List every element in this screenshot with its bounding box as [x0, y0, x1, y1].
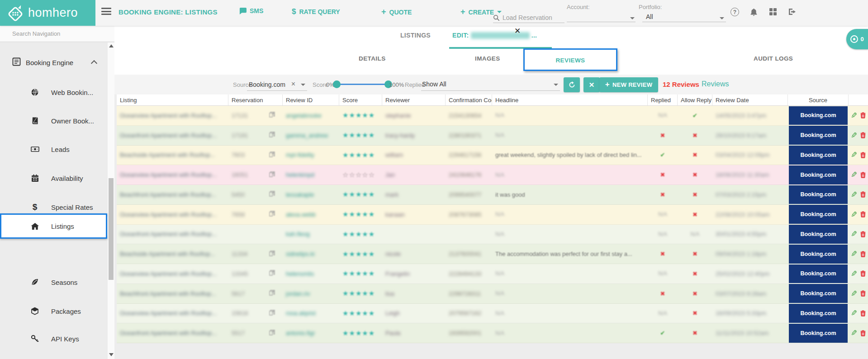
- sms-button[interactable]: SMS: [239, 7, 263, 14]
- sidebar-item-listings[interactable]: Listings: [0, 217, 108, 236]
- cell-replied: N/A: [648, 106, 678, 125]
- tab-listings[interactable]: LISTINGS: [400, 32, 431, 39]
- open-reservation-icon[interactable]: [269, 309, 275, 317]
- clear-source-icon[interactable]: ×: [291, 80, 295, 88]
- clear-filters-button[interactable]: ✕: [583, 77, 600, 92]
- edit-review-icon[interactable]: ✎: [851, 308, 857, 318]
- source-filter-select[interactable]: Booking.com ×: [247, 78, 307, 91]
- dollar-icon: $: [30, 202, 39, 212]
- cross-icon: ✖: [693, 290, 697, 297]
- edit-review-icon[interactable]: ✎: [851, 170, 857, 180]
- cell-confirmation-code: 2079567162: [446, 304, 492, 323]
- new-review-button[interactable]: + NEW REVIEW: [599, 77, 658, 92]
- open-reservation-icon[interactable]: [269, 190, 275, 198]
- edit-review-icon[interactable]: ✎: [851, 289, 857, 298]
- brand-logo[interactable]: homhero: [0, 0, 95, 26]
- cell-replied: ✔: [648, 323, 678, 343]
- delete-review-icon[interactable]: [860, 231, 866, 237]
- scrollbar-thumb[interactable]: [109, 178, 114, 280]
- sidebar-item-packages[interactable]: Packages: [0, 302, 108, 321]
- notifications-button[interactable]: [749, 8, 759, 17]
- edit-review-icon[interactable]: ✎: [851, 150, 857, 160]
- open-reservation-icon[interactable]: [269, 131, 275, 139]
- delete-review-icon[interactable]: [860, 152, 866, 158]
- sidebar-item-web-bookin[interactable]: Web Bookin...: [0, 83, 108, 102]
- cell-reviewer: Jan: [382, 165, 446, 184]
- cell-headline: N/A: [492, 106, 648, 125]
- table-row: Beachside Apartment with Rooftop... 7603…: [117, 146, 868, 165]
- delete-review-icon[interactable]: [860, 191, 866, 198]
- delete-review-icon[interactable]: [860, 132, 866, 138]
- source-badge: Booking.com: [789, 146, 848, 165]
- sidebar-scrollbar[interactable]: [108, 43, 114, 359]
- delete-review-icon[interactable]: [860, 270, 866, 277]
- sidebar-item-special-rates[interactable]: $ Special Rates: [0, 198, 108, 217]
- edit-review-icon[interactable]: ✎: [851, 269, 857, 279]
- sidebar-section-booking-engine[interactable]: Booking Engine: [0, 53, 108, 71]
- sidebar-item-availability[interactable]: Availability: [0, 169, 108, 188]
- edit-review-icon[interactable]: ✎: [851, 131, 857, 140]
- replied-filter-select[interactable]: Show All: [421, 78, 560, 91]
- edit-review-icon[interactable]: ✎: [851, 190, 857, 199]
- sidebar-item-seasons[interactable]: Seasons: [0, 273, 108, 292]
- refresh-button[interactable]: [564, 77, 580, 92]
- delete-review-icon[interactable]: [860, 251, 866, 257]
- open-reservation-icon[interactable]: [269, 111, 275, 119]
- edit-review-icon[interactable]: ✎: [851, 210, 857, 219]
- book-icon: [30, 117, 39, 125]
- cell-review-id: jordan.riv: [283, 284, 339, 303]
- cell-actions: ✎: [849, 146, 868, 165]
- cell-headline: great weekend, slightly spoiled by lack …: [492, 146, 648, 165]
- delete-review-icon[interactable]: [860, 172, 866, 178]
- load-reservation-input[interactable]: Load Reservation: [493, 13, 564, 23]
- quote-button[interactable]: + QUOTE: [381, 7, 412, 17]
- open-reservation-icon[interactable]: [269, 250, 275, 258]
- edit-review-icon[interactable]: ✎: [851, 328, 857, 338]
- delete-review-icon[interactable]: [860, 290, 866, 297]
- cell-replied: ✖: [648, 126, 678, 145]
- score-range-slider[interactable]: [337, 84, 388, 85]
- tab-images[interactable]: IMAGES: [475, 55, 500, 62]
- edit-review-icon[interactable]: ✎: [851, 229, 857, 239]
- rate-query-button[interactable]: $ RATE QUERY: [292, 7, 340, 16]
- open-reservation-icon[interactable]: [269, 151, 275, 159]
- sidebar-item-api-keys[interactable]: API Keys: [0, 329, 108, 348]
- tab-audit-logs[interactable]: AUDIT LOGS: [754, 55, 793, 62]
- open-reservation-icon[interactable]: [269, 289, 275, 298]
- account-select[interactable]: [567, 12, 636, 22]
- sidebar-search-input[interactable]: Search Navigation: [0, 26, 114, 42]
- open-reservation-icon[interactable]: [269, 329, 275, 337]
- open-reservation-icon[interactable]: [269, 171, 275, 179]
- help-button[interactable]: ?: [730, 8, 740, 17]
- scroll-down-icon[interactable]: [109, 353, 114, 356]
- cell-review-id: rosa.alqvist: [283, 304, 339, 323]
- delete-review-icon[interactable]: [860, 112, 866, 118]
- open-reservation-icon[interactable]: [269, 210, 275, 218]
- source-badge: Booking.com: [789, 185, 848, 204]
- tab-reviews[interactable]: REVIEWS: [525, 57, 616, 64]
- open-reservation-icon[interactable]: [269, 269, 275, 278]
- logout-button[interactable]: [788, 8, 797, 17]
- delete-review-icon[interactable]: [860, 330, 866, 336]
- sidebar-item-owner-book[interactable]: Owner Book...: [0, 111, 108, 130]
- tab-details[interactable]: DETAILS: [359, 55, 386, 62]
- tab-edit-listing[interactable]: EDIT: Seaview Apart Hotel ...: [452, 32, 537, 39]
- slider-handle-min[interactable]: [333, 80, 341, 88]
- table-row: Oceanview Apartment with Rooftop... 1713…: [117, 106, 868, 126]
- sidebar-item-leads[interactable]: Leads: [0, 140, 108, 159]
- portfolio-select[interactable]: All: [642, 12, 726, 22]
- floating-target-button[interactable]: 0: [846, 29, 868, 49]
- cell-actions: ✎: [849, 225, 868, 244]
- edit-review-icon[interactable]: ✎: [851, 111, 857, 120]
- close-tab-icon[interactable]: ✕: [514, 27, 521, 35]
- cell-listing: Oceanview Apartment with Rooftop...: [117, 106, 228, 125]
- cell-allow-reply: N/A: [678, 225, 712, 244]
- cell-source: Booking.com: [788, 284, 849, 303]
- menu-toggle-icon[interactable]: [101, 8, 111, 16]
- apps-button[interactable]: [769, 8, 778, 17]
- delete-review-icon[interactable]: [860, 211, 866, 217]
- scroll-up-icon[interactable]: [109, 44, 114, 47]
- help-icon: ?: [730, 8, 739, 16]
- edit-review-icon[interactable]: ✎: [851, 249, 857, 259]
- delete-review-icon[interactable]: [860, 310, 866, 316]
